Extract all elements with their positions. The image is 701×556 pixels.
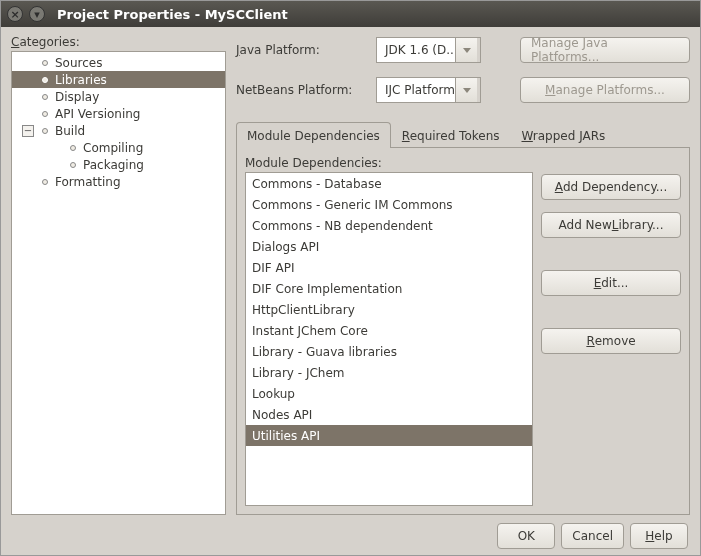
- manage-java-platforms-button: Manage Java Platforms...: [520, 37, 690, 63]
- tree-item-libraries[interactable]: Libraries: [12, 71, 225, 88]
- chevron-down-icon[interactable]: [455, 38, 477, 62]
- java-platform-value: JDK 1.6 (D...: [377, 38, 455, 62]
- list-item[interactable]: HttpClientLibrary: [246, 299, 532, 320]
- list-item[interactable]: Utilities API: [246, 425, 532, 446]
- java-platform-label: Java Platform:: [236, 43, 376, 57]
- dependencies-list[interactable]: Commons - DatabaseCommons - Generic IM C…: [245, 172, 533, 506]
- remove-button[interactable]: Remove: [541, 328, 681, 354]
- tree-item-api-versioning[interactable]: API Versioning: [12, 105, 225, 122]
- dialog-footer: OK Cancel Help: [11, 515, 690, 551]
- java-platform-combo[interactable]: JDK 1.6 (D...: [376, 37, 481, 63]
- add-new-library-button[interactable]: Add New Library...: [541, 212, 681, 238]
- categories-panel: Categories: Sources Libraries Display AP…: [11, 35, 226, 515]
- collapse-icon[interactable]: −: [22, 125, 34, 137]
- tree-item-display[interactable]: Display: [12, 88, 225, 105]
- cancel-button[interactable]: Cancel: [561, 523, 624, 549]
- ok-button[interactable]: OK: [497, 523, 555, 549]
- titlebar: × ▾ Project Properties - MySCClient: [1, 1, 700, 27]
- bullet-icon: [42, 179, 48, 185]
- bullet-icon: [42, 128, 48, 134]
- tab-body: Module Dependencies: Commons - DatabaseC…: [236, 148, 690, 515]
- minimize-icon[interactable]: ▾: [29, 6, 45, 22]
- bullet-icon: [70, 145, 76, 151]
- bullet-icon: [70, 162, 76, 168]
- close-icon[interactable]: ×: [7, 6, 23, 22]
- tree-item-sources[interactable]: Sources: [12, 54, 225, 71]
- list-item[interactable]: Dialogs API: [246, 236, 532, 257]
- dependencies-label: Module Dependencies:: [245, 156, 533, 170]
- manage-platforms-button: Manage Platforms...: [520, 77, 690, 103]
- bullet-icon: [42, 111, 48, 117]
- list-item[interactable]: Lookup: [246, 383, 532, 404]
- window-title: Project Properties - MySCClient: [57, 7, 288, 22]
- list-item[interactable]: Commons - NB dependendent: [246, 215, 532, 236]
- bullet-icon: [42, 94, 48, 100]
- tree-item-compiling[interactable]: Compiling: [12, 139, 225, 156]
- tree-item-build[interactable]: −Build: [12, 122, 225, 139]
- tab-bar: Module Dependencies Required Tokens Wrap…: [236, 121, 690, 148]
- bullet-icon: [42, 60, 48, 66]
- list-item[interactable]: Library - JChem: [246, 362, 532, 383]
- chevron-down-icon[interactable]: [455, 78, 477, 102]
- netbeans-platform-value: IJC Platform: [377, 78, 455, 102]
- netbeans-platform-combo[interactable]: IJC Platform: [376, 77, 481, 103]
- categories-tree[interactable]: Sources Libraries Display API Versioning…: [11, 51, 226, 515]
- tree-item-packaging[interactable]: Packaging: [12, 156, 225, 173]
- bullet-icon: [42, 77, 48, 83]
- netbeans-platform-label: NetBeans Platform:: [236, 83, 376, 97]
- content-area: Categories: Sources Libraries Display AP…: [1, 27, 700, 555]
- list-item[interactable]: Nodes API: [246, 404, 532, 425]
- categories-label: Categories:: [11, 35, 226, 49]
- tab-required-tokens[interactable]: Required Tokens: [391, 122, 511, 148]
- tab-module-dependencies[interactable]: Module Dependencies: [236, 122, 391, 148]
- dependency-buttons: Add Dependency... Add New Library... Edi…: [541, 156, 681, 506]
- add-dependency-button[interactable]: Add Dependency...: [541, 174, 681, 200]
- tree-item-formatting[interactable]: Formatting: [12, 173, 225, 190]
- tab-wrapped-jars[interactable]: Wrapped JARs: [511, 122, 617, 148]
- list-item[interactable]: DIF API: [246, 257, 532, 278]
- list-item[interactable]: Commons - Database: [246, 173, 532, 194]
- edit-button[interactable]: Edit...: [541, 270, 681, 296]
- list-item[interactable]: DIF Core Implementation: [246, 278, 532, 299]
- dialog-window: × ▾ Project Properties - MySCClient Cate…: [0, 0, 701, 556]
- list-item[interactable]: Library - Guava libraries: [246, 341, 532, 362]
- help-button[interactable]: Help: [630, 523, 688, 549]
- list-item[interactable]: Commons - Generic IM Commons: [246, 194, 532, 215]
- right-pane: Java Platform: JDK 1.6 (D... Manage Java…: [236, 35, 690, 515]
- list-item[interactable]: Instant JChem Core: [246, 320, 532, 341]
